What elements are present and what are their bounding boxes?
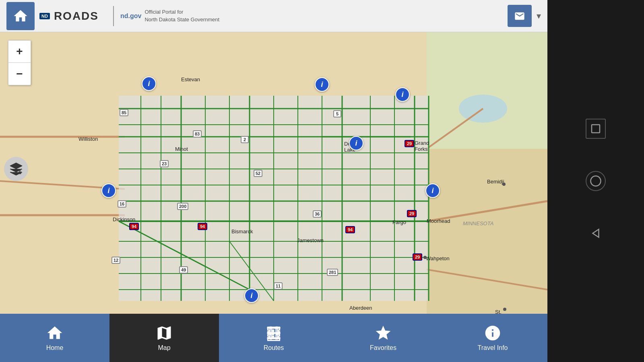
map-svg [0,32,547,314]
nav-favorites[interactable]: Favorites [328,314,438,362]
route-16: 16 [118,200,126,208]
route-11: 11 [274,282,283,290]
route-36: 36 [313,210,322,218]
route-52: 52 [254,170,262,177]
route-23: 23 [160,160,169,167]
info-marker-2[interactable]: i [315,77,329,92]
map-container[interactable]: + − 6 Estevan Williston Minot GrandForks… [0,32,547,314]
st-cloud-dot [503,308,506,311]
interstate-94-east: 94 [344,225,356,234]
wahpeton-dot [423,256,427,259]
nav-travel-info-label: Travel Info [478,344,508,352]
nd-badge: ND [39,13,50,19]
info-marker-1[interactable]: i [142,76,156,91]
bottom-nav: Home Map Routes Favorites Travel Info [0,314,547,362]
svg-rect-42 [275,327,278,340]
android-nav [547,0,644,362]
zoom-out-button[interactable]: − [8,63,31,85]
svg-rect-2 [427,149,547,314]
bemidji-dot [502,183,506,186]
app-container: ND ROADS nd.gov Official Portal for Nort… [0,0,547,362]
svg-rect-1 [427,32,547,149]
nav-favorites-label: Favorites [370,344,396,352]
route-2: 2 [241,136,249,143]
route-83: 83 [193,130,202,138]
nav-map[interactable]: Map [109,314,219,362]
interstate-94-center: 94 [196,222,208,231]
route-49: 49 [179,266,188,274]
interstate-29-north: 29 [403,139,415,148]
roads-text: ROADS [54,10,99,23]
nd-gov-link[interactable]: nd.gov [120,12,141,20]
android-back-button[interactable] [586,223,606,243]
logo-area: ND ROADS [39,10,99,23]
svg-rect-43 [592,125,600,133]
svg-text:6: 6 [19,170,21,175]
svg-marker-45 [593,229,599,237]
interstate-29-mid: 29 [406,209,418,218]
header: ND ROADS nd.gov Official Portal for Nort… [0,0,547,32]
header-divider [113,6,114,26]
svg-rect-41 [269,327,272,340]
info-marker-6[interactable]: i [425,183,440,198]
route-281: 281 [327,269,338,276]
header-home-button[interactable] [6,2,35,30]
info-marker-5[interactable]: i [349,136,363,150]
route-5: 5 [333,110,341,117]
zoom-controls: + − [8,40,31,85]
android-home-button[interactable] [586,171,606,191]
nav-home[interactable]: Home [0,314,109,362]
nav-map-label: Map [158,344,170,352]
dropdown-arrow-icon[interactable]: ▾ [537,11,541,21]
nav-routes[interactable]: Routes [219,314,328,362]
route-85: 85 [120,109,128,116]
mail-button[interactable] [508,5,532,27]
android-recent-button[interactable] [586,119,606,139]
portal-text: Official Portal for North Dakota State G… [144,8,219,23]
layers-button[interactable]: 6 [4,157,28,181]
nav-travel-info[interactable]: Travel Info [438,314,547,362]
info-marker-3[interactable]: i [395,87,410,102]
nav-home-label: Home [46,344,64,352]
nav-routes-label: Routes [264,344,284,352]
info-marker-7[interactable]: i [244,288,259,303]
route-12: 12 [111,257,120,264]
interstate-29-south: 29 [411,253,423,261]
svg-point-44 [591,176,601,186]
header-right: ▾ [508,5,541,27]
zoom-in-button[interactable]: + [8,41,31,63]
interstate-94-west: 94 [128,222,140,231]
route-200: 200 [177,203,188,210]
info-marker-4[interactable]: i [101,183,116,198]
